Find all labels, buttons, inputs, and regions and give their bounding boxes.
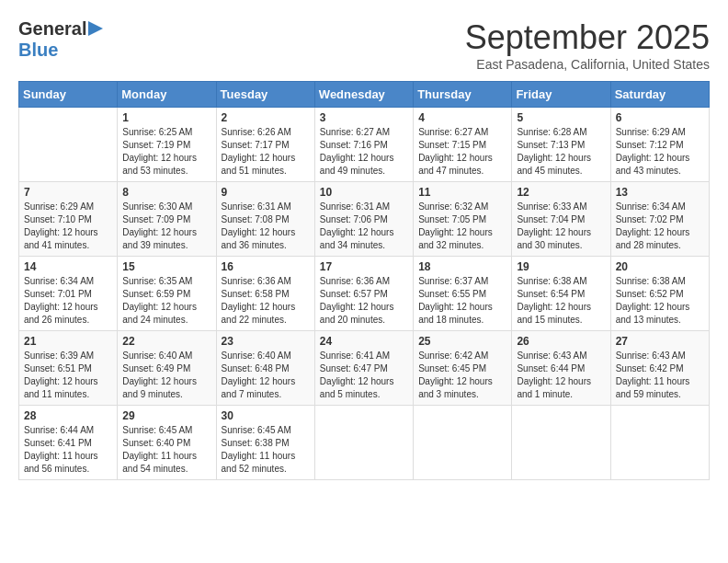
calendar-cell: 22Sunrise: 6:40 AM Sunset: 6:49 PM Dayli… (118, 331, 216, 406)
day-number: 18 (418, 260, 506, 273)
calendar-week-row: 28Sunrise: 6:44 AM Sunset: 6:41 PM Dayli… (19, 406, 710, 480)
calendar-cell (314, 406, 413, 480)
calendar-cell: 1Sunrise: 6:25 AM Sunset: 7:19 PM Daylig… (118, 108, 216, 182)
calendar-cell: 25Sunrise: 6:42 AM Sunset: 6:45 PM Dayli… (414, 331, 512, 406)
calendar-week-row: 7Sunrise: 6:29 AM Sunset: 7:10 PM Daylig… (19, 182, 710, 257)
calendar-cell: 3Sunrise: 6:27 AM Sunset: 7:16 PM Daylig… (314, 108, 413, 182)
day-info: Sunrise: 6:41 AM Sunset: 6:47 PM Dayligh… (320, 350, 408, 401)
day-number: 5 (517, 111, 605, 124)
calendar-cell: 24Sunrise: 6:41 AM Sunset: 6:47 PM Dayli… (314, 331, 413, 406)
day-info: Sunrise: 6:42 AM Sunset: 6:45 PM Dayligh… (418, 350, 506, 401)
day-number: 9 (222, 186, 310, 199)
day-number: 28 (24, 409, 112, 422)
day-number: 30 (222, 409, 310, 422)
calendar-week-row: 14Sunrise: 6:34 AM Sunset: 7:01 PM Dayli… (19, 257, 710, 331)
day-number: 6 (616, 111, 704, 124)
weekday-header-friday: Friday (512, 82, 610, 108)
page-header: General Blue September 2025 East Pasaden… (18, 18, 710, 72)
day-info: Sunrise: 6:45 AM Sunset: 6:38 PM Dayligh… (222, 424, 310, 476)
logo: General Blue (18, 18, 103, 61)
day-info: Sunrise: 6:33 AM Sunset: 7:04 PM Dayligh… (517, 201, 605, 252)
weekday-header-sunday: Sunday (19, 82, 118, 108)
day-number: 1 (122, 111, 210, 124)
day-number: 25 (418, 335, 506, 348)
day-number: 20 (616, 260, 704, 273)
weekday-header-wednesday: Wednesday (314, 82, 413, 108)
calendar-cell: 16Sunrise: 6:36 AM Sunset: 6:58 PM Dayli… (216, 257, 314, 331)
logo-blue-text: Blue (18, 40, 58, 60)
calendar-cell: 11Sunrise: 6:32 AM Sunset: 7:05 PM Dayli… (414, 182, 512, 257)
day-number: 4 (418, 111, 506, 124)
day-number: 26 (517, 335, 605, 348)
location-title: East Pasadena, California, United States (465, 57, 710, 72)
day-info: Sunrise: 6:44 AM Sunset: 6:41 PM Dayligh… (24, 424, 112, 476)
calendar-week-row: 1Sunrise: 6:25 AM Sunset: 7:19 PM Daylig… (19, 108, 710, 182)
day-info: Sunrise: 6:38 AM Sunset: 6:54 PM Dayligh… (517, 275, 605, 327)
calendar-cell (610, 406, 709, 480)
day-info: Sunrise: 6:28 AM Sunset: 7:13 PM Dayligh… (517, 126, 605, 178)
calendar-cell: 5Sunrise: 6:28 AM Sunset: 7:13 PM Daylig… (512, 108, 610, 182)
day-number: 8 (122, 186, 210, 199)
day-info: Sunrise: 6:34 AM Sunset: 7:02 PM Dayligh… (616, 201, 704, 252)
day-number: 19 (517, 260, 605, 273)
day-number: 29 (122, 409, 210, 422)
title-area: September 2025 East Pasadena, California… (465, 18, 710, 72)
calendar-cell: 21Sunrise: 6:39 AM Sunset: 6:51 PM Dayli… (19, 331, 118, 406)
day-info: Sunrise: 6:38 AM Sunset: 6:52 PM Dayligh… (616, 275, 704, 327)
day-info: Sunrise: 6:27 AM Sunset: 7:16 PM Dayligh… (320, 126, 408, 178)
calendar-table: SundayMondayTuesdayWednesdayThursdayFrid… (18, 81, 710, 480)
day-info: Sunrise: 6:43 AM Sunset: 6:44 PM Dayligh… (517, 350, 605, 401)
day-info: Sunrise: 6:36 AM Sunset: 6:58 PM Dayligh… (222, 275, 310, 327)
day-info: Sunrise: 6:37 AM Sunset: 6:55 PM Dayligh… (418, 275, 506, 327)
calendar-cell: 30Sunrise: 6:45 AM Sunset: 6:38 PM Dayli… (216, 406, 314, 480)
day-info: Sunrise: 6:32 AM Sunset: 7:05 PM Dayligh… (418, 201, 506, 252)
calendar-cell: 10Sunrise: 6:31 AM Sunset: 7:06 PM Dayli… (314, 182, 413, 257)
day-number: 27 (616, 335, 704, 348)
calendar-cell: 27Sunrise: 6:43 AM Sunset: 6:42 PM Dayli… (610, 331, 709, 406)
day-number: 12 (517, 186, 605, 199)
day-info: Sunrise: 6:29 AM Sunset: 7:10 PM Dayligh… (24, 201, 112, 252)
day-number: 11 (418, 186, 506, 199)
day-number: 2 (222, 111, 310, 124)
weekday-header-tuesday: Tuesday (216, 82, 314, 108)
day-info: Sunrise: 6:31 AM Sunset: 7:06 PM Dayligh… (320, 201, 408, 252)
day-number: 17 (320, 260, 408, 273)
calendar-cell: 19Sunrise: 6:38 AM Sunset: 6:54 PM Dayli… (512, 257, 610, 331)
calendar-cell: 12Sunrise: 6:33 AM Sunset: 7:04 PM Dayli… (512, 182, 610, 257)
day-info: Sunrise: 6:27 AM Sunset: 7:15 PM Dayligh… (418, 126, 506, 178)
calendar-cell: 18Sunrise: 6:37 AM Sunset: 6:55 PM Dayli… (414, 257, 512, 331)
day-number: 13 (616, 186, 704, 199)
weekday-header-monday: Monday (118, 82, 216, 108)
day-number: 15 (122, 260, 210, 273)
calendar-cell: 9Sunrise: 6:31 AM Sunset: 7:08 PM Daylig… (216, 182, 314, 257)
day-info: Sunrise: 6:40 AM Sunset: 6:48 PM Dayligh… (222, 350, 310, 401)
calendar-cell (19, 108, 118, 182)
logo-general-text: General (18, 18, 86, 40)
day-number: 10 (320, 186, 408, 199)
day-info: Sunrise: 6:45 AM Sunset: 6:40 PM Dayligh… (122, 424, 210, 476)
calendar-cell: 17Sunrise: 6:36 AM Sunset: 6:57 PM Dayli… (314, 257, 413, 331)
calendar-cell: 7Sunrise: 6:29 AM Sunset: 7:10 PM Daylig… (19, 182, 118, 257)
day-info: Sunrise: 6:29 AM Sunset: 7:12 PM Dayligh… (616, 126, 704, 178)
day-info: Sunrise: 6:26 AM Sunset: 7:17 PM Dayligh… (222, 126, 310, 178)
calendar-cell: 15Sunrise: 6:35 AM Sunset: 6:59 PM Dayli… (118, 257, 216, 331)
calendar-cell: 29Sunrise: 6:45 AM Sunset: 6:40 PM Dayli… (118, 406, 216, 480)
day-info: Sunrise: 6:35 AM Sunset: 6:59 PM Dayligh… (122, 275, 210, 327)
calendar-cell: 8Sunrise: 6:30 AM Sunset: 7:09 PM Daylig… (118, 182, 216, 257)
calendar-cell: 20Sunrise: 6:38 AM Sunset: 6:52 PM Dayli… (610, 257, 709, 331)
day-info: Sunrise: 6:34 AM Sunset: 7:01 PM Dayligh… (24, 275, 112, 327)
calendar-week-row: 21Sunrise: 6:39 AM Sunset: 6:51 PM Dayli… (19, 331, 710, 406)
calendar-cell: 6Sunrise: 6:29 AM Sunset: 7:12 PM Daylig… (610, 108, 709, 182)
calendar-cell (414, 406, 512, 480)
calendar-cell: 14Sunrise: 6:34 AM Sunset: 7:01 PM Dayli… (19, 257, 118, 331)
calendar-cell: 13Sunrise: 6:34 AM Sunset: 7:02 PM Dayli… (610, 182, 709, 257)
day-number: 3 (320, 111, 408, 124)
day-info: Sunrise: 6:31 AM Sunset: 7:08 PM Dayligh… (222, 201, 310, 252)
calendar-cell (512, 406, 610, 480)
calendar-cell: 4Sunrise: 6:27 AM Sunset: 7:15 PM Daylig… (414, 108, 512, 182)
svg-marker-0 (88, 21, 103, 36)
day-info: Sunrise: 6:43 AM Sunset: 6:42 PM Dayligh… (616, 350, 704, 401)
logo-arrow-icon (88, 21, 103, 40)
calendar-header-row: SundayMondayTuesdayWednesdayThursdayFrid… (19, 82, 710, 108)
day-number: 16 (222, 260, 310, 273)
